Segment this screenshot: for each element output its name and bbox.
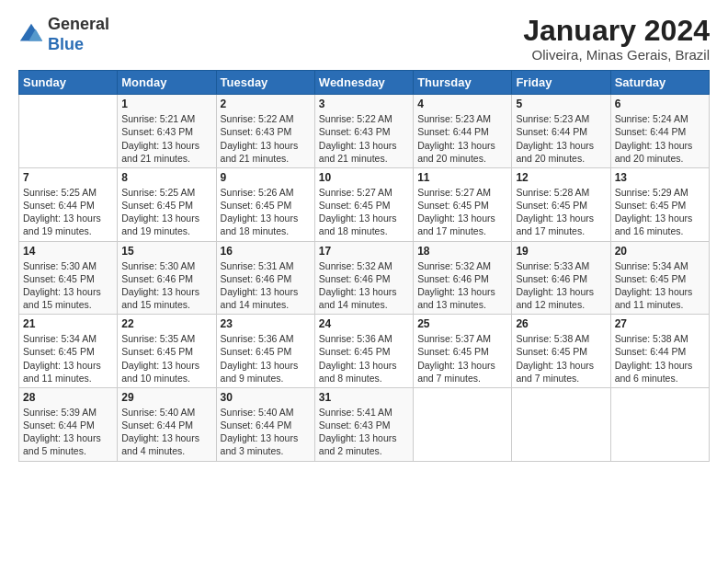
day-info: Sunrise: 5:22 AM Sunset: 6:43 PM Dayligh… (221, 112, 311, 165)
calendar-header-row: SundayMondayTuesdayWednesdayThursdayFrid… (19, 71, 710, 95)
calendar-week-row: 28Sunrise: 5:39 AM Sunset: 6:44 PM Dayli… (19, 387, 710, 461)
header-day: Monday (118, 71, 216, 95)
day-info: Sunrise: 5:33 AM Sunset: 6:46 PM Dayligh… (516, 259, 606, 312)
day-info: Sunrise: 5:34 AM Sunset: 6:45 PM Dayligh… (23, 332, 113, 385)
calendar-cell: 25Sunrise: 5:37 AM Sunset: 6:45 PM Dayli… (414, 315, 512, 388)
day-number: 2 (221, 98, 311, 110)
day-number: 27 (615, 317, 705, 330)
day-info: Sunrise: 5:28 AM Sunset: 6:45 PM Dayligh… (516, 186, 606, 238)
day-info: Sunrise: 5:41 AM Sunset: 6:43 PM Dayligh… (319, 406, 409, 458)
header-day: Wednesday (314, 71, 413, 95)
day-number: 15 (121, 245, 211, 258)
calendar-cell: 29Sunrise: 5:40 AM Sunset: 6:44 PM Dayli… (118, 387, 216, 461)
calendar-cell: 26Sunrise: 5:38 AM Sunset: 6:45 PM Dayli… (512, 315, 610, 388)
day-info: Sunrise: 5:37 AM Sunset: 6:45 PM Dayligh… (417, 332, 507, 385)
day-info: Sunrise: 5:35 AM Sunset: 6:45 PM Dayligh… (121, 332, 211, 385)
day-info: Sunrise: 5:39 AM Sunset: 6:44 PM Dayligh… (23, 406, 113, 458)
day-number: 9 (221, 171, 311, 184)
day-number: 21 (23, 317, 113, 330)
calendar-cell: 22Sunrise: 5:35 AM Sunset: 6:45 PM Dayli… (118, 315, 216, 388)
calendar-cell: 31Sunrise: 5:41 AM Sunset: 6:43 PM Dayli… (314, 387, 413, 461)
day-info: Sunrise: 5:34 AM Sunset: 6:45 PM Dayligh… (615, 259, 705, 312)
day-number: 8 (121, 171, 211, 184)
day-info: Sunrise: 5:36 AM Sunset: 6:45 PM Dayligh… (319, 332, 409, 385)
day-number: 5 (516, 98, 606, 110)
calendar-cell: 24Sunrise: 5:36 AM Sunset: 6:45 PM Dayli… (314, 315, 413, 388)
calendar-cell: 18Sunrise: 5:32 AM Sunset: 6:46 PM Dayli… (414, 241, 512, 315)
header-day: Friday (512, 71, 610, 95)
day-info: Sunrise: 5:38 AM Sunset: 6:44 PM Dayligh… (615, 332, 705, 385)
day-info: Sunrise: 5:38 AM Sunset: 6:45 PM Dayligh… (516, 332, 606, 385)
calendar-cell: 10Sunrise: 5:27 AM Sunset: 6:45 PM Dayli… (314, 167, 413, 241)
day-info: Sunrise: 5:40 AM Sunset: 6:44 PM Dayligh… (121, 406, 211, 458)
day-number: 22 (121, 317, 211, 330)
day-number: 24 (319, 317, 409, 330)
calendar-cell: 2Sunrise: 5:22 AM Sunset: 6:43 PM Daylig… (216, 95, 314, 168)
logo: General Blue (18, 15, 109, 54)
calendar-cell: 1Sunrise: 5:21 AM Sunset: 6:43 PM Daylig… (118, 95, 216, 168)
calendar-cell: 8Sunrise: 5:25 AM Sunset: 6:45 PM Daylig… (118, 167, 216, 241)
header-day: Thursday (414, 71, 512, 95)
calendar-cell: 16Sunrise: 5:31 AM Sunset: 6:46 PM Dayli… (216, 241, 314, 315)
day-info: Sunrise: 5:25 AM Sunset: 6:45 PM Dayligh… (121, 186, 211, 238)
day-number: 19 (516, 245, 606, 258)
day-info: Sunrise: 5:31 AM Sunset: 6:46 PM Dayligh… (221, 259, 311, 312)
calendar-cell: 30Sunrise: 5:40 AM Sunset: 6:44 PM Dayli… (216, 387, 314, 461)
day-number: 10 (319, 171, 409, 184)
day-info: Sunrise: 5:36 AM Sunset: 6:45 PM Dayligh… (221, 332, 311, 385)
logo-general-text: General (48, 15, 109, 33)
day-number: 29 (121, 391, 211, 404)
day-info: Sunrise: 5:23 AM Sunset: 6:44 PM Dayligh… (516, 112, 606, 165)
day-number: 11 (417, 171, 507, 184)
day-info: Sunrise: 5:32 AM Sunset: 6:46 PM Dayligh… (417, 259, 507, 312)
calendar-week-row: 1Sunrise: 5:21 AM Sunset: 6:43 PM Daylig… (19, 95, 710, 168)
title-block: January 2024 Oliveira, Minas Gerais, Bra… (523, 15, 710, 63)
calendar-cell: 27Sunrise: 5:38 AM Sunset: 6:44 PM Dayli… (610, 315, 709, 388)
calendar-week-row: 14Sunrise: 5:30 AM Sunset: 6:45 PM Dayli… (19, 241, 710, 315)
calendar-cell (19, 95, 118, 168)
day-number: 7 (23, 171, 113, 184)
calendar-cell: 17Sunrise: 5:32 AM Sunset: 6:46 PM Dayli… (314, 241, 413, 315)
header: General Blue January 2024 Oliveira, Mina… (18, 15, 710, 63)
calendar-cell: 3Sunrise: 5:22 AM Sunset: 6:43 PM Daylig… (314, 95, 413, 168)
main-container: General Blue January 2024 Oliveira, Mina… (0, 0, 728, 471)
day-info: Sunrise: 5:21 AM Sunset: 6:43 PM Dayligh… (121, 112, 211, 165)
day-info: Sunrise: 5:22 AM Sunset: 6:43 PM Dayligh… (319, 112, 409, 165)
day-number: 3 (319, 98, 409, 110)
calendar-week-row: 21Sunrise: 5:34 AM Sunset: 6:45 PM Dayli… (19, 315, 710, 388)
day-info: Sunrise: 5:30 AM Sunset: 6:46 PM Dayligh… (121, 259, 211, 312)
day-number: 30 (221, 391, 311, 404)
day-info: Sunrise: 5:40 AM Sunset: 6:44 PM Dayligh… (221, 406, 311, 458)
day-number: 28 (23, 391, 113, 404)
logo-icon (18, 22, 44, 48)
month-year: January 2024 (523, 15, 710, 47)
day-number: 17 (319, 245, 409, 258)
calendar-cell: 7Sunrise: 5:25 AM Sunset: 6:44 PM Daylig… (19, 167, 118, 241)
day-number: 13 (615, 171, 705, 184)
calendar-cell: 13Sunrise: 5:29 AM Sunset: 6:45 PM Dayli… (610, 167, 709, 241)
calendar-cell (512, 387, 610, 461)
day-info: Sunrise: 5:23 AM Sunset: 6:44 PM Dayligh… (417, 112, 507, 165)
day-number: 25 (417, 317, 507, 330)
calendar-cell: 21Sunrise: 5:34 AM Sunset: 6:45 PM Dayli… (19, 315, 118, 388)
day-number: 4 (417, 98, 507, 110)
calendar-cell: 4Sunrise: 5:23 AM Sunset: 6:44 PM Daylig… (414, 95, 512, 168)
calendar-cell (610, 387, 709, 461)
calendar-cell: 5Sunrise: 5:23 AM Sunset: 6:44 PM Daylig… (512, 95, 610, 168)
day-number: 31 (319, 391, 409, 404)
calendar-cell: 6Sunrise: 5:24 AM Sunset: 6:44 PM Daylig… (610, 95, 709, 168)
day-number: 20 (615, 245, 705, 258)
calendar-cell: 28Sunrise: 5:39 AM Sunset: 6:44 PM Dayli… (19, 387, 118, 461)
calendar-cell: 19Sunrise: 5:33 AM Sunset: 6:46 PM Dayli… (512, 241, 610, 315)
logo-text: General Blue (48, 15, 109, 54)
header-day: Sunday (19, 71, 118, 95)
day-number: 16 (221, 245, 311, 258)
location: Oliveira, Minas Gerais, Brazil (523, 47, 710, 63)
calendar-cell (414, 387, 512, 461)
calendar-cell: 14Sunrise: 5:30 AM Sunset: 6:45 PM Dayli… (19, 241, 118, 315)
calendar-cell: 11Sunrise: 5:27 AM Sunset: 6:45 PM Dayli… (414, 167, 512, 241)
day-info: Sunrise: 5:27 AM Sunset: 6:45 PM Dayligh… (319, 186, 409, 238)
day-number: 6 (615, 98, 705, 110)
calendar-cell: 23Sunrise: 5:36 AM Sunset: 6:45 PM Dayli… (216, 315, 314, 388)
day-info: Sunrise: 5:27 AM Sunset: 6:45 PM Dayligh… (417, 186, 507, 238)
